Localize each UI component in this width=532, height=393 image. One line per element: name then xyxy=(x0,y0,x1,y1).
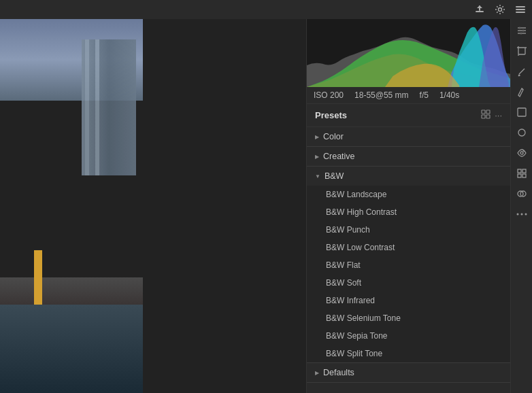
svg-rect-25 xyxy=(518,108,526,116)
svg-rect-4 xyxy=(516,6,525,7)
preset-group-creative-header[interactable]: ▶ Creative xyxy=(307,147,510,166)
preset-group-creative: ▶ Creative xyxy=(307,147,510,167)
svg-rect-29 xyxy=(518,169,521,173)
eye-dot-icon[interactable] xyxy=(513,144,531,162)
main-content: ISO 200 18-55@55 mm f/5 1/40s Presets xyxy=(0,19,532,393)
svg-rect-0 xyxy=(476,11,484,12)
square-icon[interactable] xyxy=(513,103,531,121)
svg-point-17 xyxy=(520,33,522,35)
svg-rect-30 xyxy=(522,169,526,173)
crop-icon[interactable] xyxy=(513,42,531,60)
overlay-icon[interactable] xyxy=(513,185,531,203)
shutter-speed: 1/40s xyxy=(439,90,459,100)
brush-icon[interactable] xyxy=(513,63,531,80)
svg-rect-32 xyxy=(522,174,526,177)
list-item[interactable]: B&W Low Contrast xyxy=(307,239,510,256)
chevron-right-icon: ▶ xyxy=(315,134,319,140)
svg-point-15 xyxy=(518,27,520,29)
list-item[interactable]: B&W High Contrast xyxy=(307,203,510,221)
defaults-group-label: Defaults xyxy=(323,368,354,377)
photo-building xyxy=(82,39,136,175)
iso-value: ISO 200 xyxy=(314,90,344,100)
export-icon[interactable] xyxy=(472,2,487,17)
chevron-down-icon: ▼ xyxy=(315,173,320,180)
preset-grid-icon[interactable] xyxy=(481,109,491,121)
circle-icon[interactable] xyxy=(513,124,531,141)
right-sidebar xyxy=(510,19,532,393)
svg-rect-8 xyxy=(482,110,485,114)
preset-more-icon[interactable]: ··· xyxy=(495,110,502,120)
presets-title: Presets xyxy=(315,110,347,120)
svg-point-28 xyxy=(523,150,525,152)
grid-icon[interactable] xyxy=(513,165,531,182)
presets-header-actions: ··· xyxy=(481,109,502,121)
chevron-right-icon-3: ▶ xyxy=(315,370,319,376)
preset-group-color: ▶ Color xyxy=(307,127,510,147)
photo-strip xyxy=(0,19,143,393)
list-item[interactable]: B&W Landscape xyxy=(307,186,510,203)
list-item[interactable]: B&W Split Tone xyxy=(307,345,510,362)
presets-panel: Presets ··· ▶ xyxy=(307,104,510,393)
color-group-label: Color xyxy=(323,132,344,141)
bw-preset-items: B&W Landscape B&W High Contrast B&W Punc… xyxy=(307,186,510,362)
preset-group-bw: ▼ B&W B&W Landscape B&W High Contrast B&… xyxy=(307,167,510,363)
svg-point-35 xyxy=(516,213,518,216)
list-item[interactable]: B&W Infrared xyxy=(307,292,510,309)
more-options-icon[interactable] xyxy=(513,205,531,223)
svg-point-36 xyxy=(520,213,522,216)
list-item[interactable]: B&W Flat xyxy=(307,256,510,274)
photo-ground xyxy=(0,277,143,305)
svg-rect-31 xyxy=(518,174,521,177)
right-panel: ISO 200 18-55@55 mm f/5 1/40s Presets xyxy=(306,19,510,393)
list-item[interactable]: B&W Selenium Tone xyxy=(307,309,510,327)
sliders-icon[interactable] xyxy=(513,22,531,39)
svg-point-27 xyxy=(520,152,523,154)
list-item[interactable]: B&W Sepia Tone xyxy=(307,327,510,345)
preset-group-defaults-header[interactable]: ▶ Defaults xyxy=(307,363,510,382)
svg-rect-6 xyxy=(516,12,525,13)
photo-water xyxy=(0,305,143,393)
panel-icon[interactable] xyxy=(513,2,528,17)
settings-icon[interactable] xyxy=(493,2,508,17)
photo-pillar xyxy=(34,250,42,305)
svg-rect-9 xyxy=(486,110,490,114)
svg-point-16 xyxy=(522,30,524,32)
preset-group-defaults: ▶ Defaults xyxy=(307,363,510,383)
pen-icon[interactable] xyxy=(513,83,531,101)
presets-header: Presets ··· xyxy=(307,104,510,127)
top-toolbar xyxy=(0,0,532,19)
svg-rect-18 xyxy=(518,48,525,54)
camera-info-bar: ISO 200 18-55@55 mm f/5 1/40s xyxy=(307,87,510,104)
svg-rect-11 xyxy=(486,115,490,118)
bw-group-label: B&W xyxy=(325,171,344,181)
svg-marker-2 xyxy=(477,5,482,8)
creative-group-label: Creative xyxy=(323,152,355,161)
preset-group-color-header[interactable]: ▶ Color xyxy=(307,127,510,146)
svg-point-26 xyxy=(518,129,525,136)
svg-line-24 xyxy=(522,88,523,90)
preset-group-bw-header[interactable]: ▼ B&W xyxy=(307,167,510,186)
focal-length: 18-55@55 mm xyxy=(354,90,409,100)
list-item[interactable]: B&W Punch xyxy=(307,221,510,239)
svg-rect-5 xyxy=(516,9,525,10)
list-item[interactable]: B&W Soft xyxy=(307,274,510,292)
histogram xyxy=(307,19,510,87)
chevron-right-icon-2: ▶ xyxy=(315,154,319,160)
photo-area xyxy=(0,19,306,393)
svg-rect-10 xyxy=(482,115,485,118)
svg-line-23 xyxy=(519,69,525,74)
svg-point-3 xyxy=(499,8,502,12)
aperture-value: f/5 xyxy=(420,90,429,100)
svg-point-37 xyxy=(525,213,527,216)
